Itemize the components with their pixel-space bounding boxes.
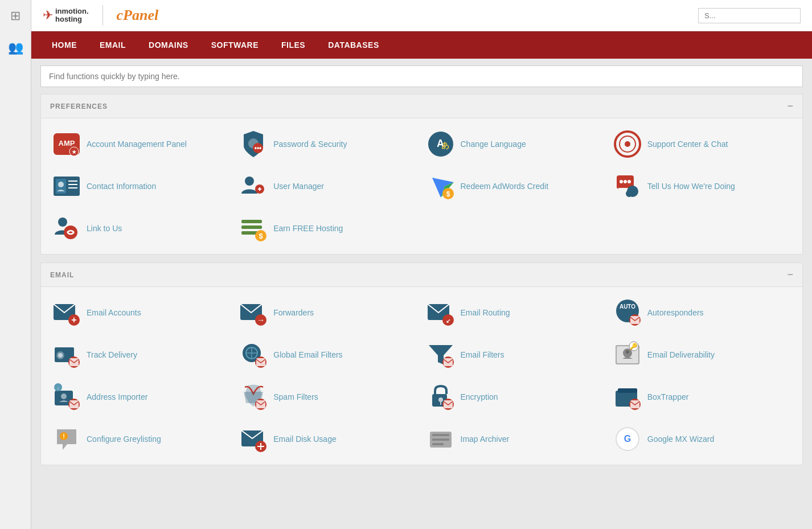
link-to-us-label: Link to Us	[87, 223, 122, 233]
item-google-mx[interactable]: G Google MX Wizard	[611, 423, 793, 456]
item-track-delivery[interactable]: Track Delivery	[50, 338, 232, 371]
svg-rect-63	[256, 358, 265, 366]
preferences-title: PREFERENCES	[50, 102, 108, 110]
password-security-icon: •••	[239, 130, 268, 158]
item-forwarders[interactable]: → Forwarders	[237, 296, 419, 329]
nav-domains[interactable]: DOMAINS	[140, 36, 198, 54]
email-accounts-icon: +	[52, 298, 81, 327]
item-disk-usage[interactable]: Email Disk Usage	[237, 423, 419, 456]
global-filters-icon	[239, 341, 268, 369]
email-filters-icon	[426, 341, 455, 369]
inmotion-line1: inmotion.	[55, 7, 89, 15]
item-amp[interactable]: AMP ★ Account Management Panel	[50, 128, 232, 161]
email-routing-icon: ↙	[426, 298, 455, 327]
email-deliverability-icon: 🔑	[613, 341, 642, 369]
svg-rect-96	[432, 434, 449, 436]
main-area: ✈ inmotion. hosting cPanel HOME EMAIL DO…	[31, 0, 812, 529]
main-search-input[interactable]	[40, 65, 803, 87]
sidebar-grid-icon[interactable]: ⊞	[5, 6, 26, 26]
forwarders-label: Forwarders	[273, 307, 314, 318]
svg-rect-88	[630, 400, 639, 408]
google-mx-label: Google MX Wizard	[647, 434, 714, 444]
item-global-filters[interactable]: Global Email Filters	[237, 338, 419, 371]
logo-area: ✈ inmotion. hosting cPanel	[43, 5, 158, 26]
item-email-accounts[interactable]: + Email Accounts	[50, 296, 232, 329]
greylisting-icon: !	[52, 425, 81, 453]
item-email-routing[interactable]: ↙ Email Routing	[424, 296, 606, 329]
item-imap-archiver[interactable]: Imap Archiver	[424, 423, 606, 456]
item-email-deliverability[interactable]: 🔑 Email Deliverability	[611, 338, 793, 371]
svg-point-31	[626, 190, 633, 197]
item-password-security[interactable]: ••• Password & Security	[237, 128, 419, 161]
disk-usage-icon	[239, 425, 268, 453]
item-spam-filters[interactable]: Spam Filters	[237, 380, 419, 413]
svg-point-12	[625, 141, 630, 147]
item-encryption[interactable]: Encryption	[424, 380, 606, 413]
top-search-input[interactable]	[698, 8, 801, 23]
support-center-label: Support Center & Chat	[647, 139, 728, 149]
svg-text:★: ★	[72, 149, 77, 155]
redeem-adwords-label: Redeem AdWords Credit	[461, 181, 549, 191]
svg-rect-97	[432, 438, 449, 441]
email-routing-label: Email Routing	[461, 307, 510, 318]
earn-free-label: Earn FREE Hosting	[273, 223, 343, 233]
email-collapse-icon[interactable]: −	[787, 269, 793, 281]
svg-point-73	[61, 393, 67, 399]
item-contact-info[interactable]: Contact Information	[50, 170, 232, 203]
boxtrapper-icon	[613, 383, 642, 411]
redeem-adwords-icon: $	[426, 172, 455, 200]
item-link-to-us[interactable]: Link to Us	[50, 212, 232, 245]
svg-text:$: $	[446, 190, 450, 198]
password-security-label: Password & Security	[273, 139, 347, 149]
item-email-filters[interactable]: Email Filters	[424, 338, 606, 371]
nav-files[interactable]: FILES	[272, 36, 314, 54]
svg-point-27	[620, 180, 623, 183]
item-redeem-adwords[interactable]: $ Redeem AdWords Credit	[424, 170, 606, 203]
logo-divider	[102, 5, 103, 26]
nav-software[interactable]: SOFTWARE	[202, 36, 268, 54]
svg-rect-65	[444, 358, 453, 366]
encryption-label: Encryption	[461, 392, 498, 402]
user-manager-icon	[239, 172, 268, 200]
svg-text:↓: ↓	[57, 385, 60, 391]
change-language-icon: A あ	[426, 130, 455, 158]
svg-text:+: +	[71, 315, 76, 325]
item-user-manager[interactable]: User Manager	[237, 170, 419, 203]
item-boxtrapper[interactable]: BoxTrapper	[611, 380, 793, 413]
autoresponders-icon: AUTO	[613, 298, 642, 327]
item-autoresponders[interactable]: AUTO Autoresponders	[611, 296, 793, 329]
navbar: HOME EMAIL DOMAINS SOFTWARE FILES DATABA…	[31, 31, 812, 59]
svg-text:🔑: 🔑	[630, 342, 638, 350]
svg-rect-51	[630, 316, 639, 324]
email-deliverability-label: Email Deliverability	[647, 350, 715, 360]
support-center-icon	[613, 130, 642, 158]
item-tell-us[interactable]: Tell Us How We're Doing	[611, 170, 793, 203]
item-earn-free[interactable]: $ Earn FREE Hosting	[237, 212, 419, 245]
preferences-header: PREFERENCES −	[41, 95, 802, 118]
svg-text:↙: ↙	[446, 318, 450, 324]
global-filters-label: Global Email Filters	[273, 350, 342, 360]
change-language-label: Change Language	[461, 139, 526, 149]
nav-home[interactable]: HOME	[43, 36, 86, 54]
item-greylisting[interactable]: ! Configure Greylisting	[50, 423, 232, 456]
email-header: EMAIL −	[41, 263, 802, 287]
nav-databases[interactable]: DATABASES	[319, 36, 388, 54]
item-support-center[interactable]: Support Center & Chat	[611, 128, 793, 161]
boxtrapper-label: BoxTrapper	[647, 392, 689, 402]
svg-rect-84	[444, 400, 453, 408]
forwarders-icon: →	[239, 298, 268, 327]
email-title: EMAIL	[50, 271, 74, 279]
svg-point-19	[245, 177, 254, 186]
item-address-importer[interactable]: ↓ Address Importer	[50, 380, 232, 413]
sidebar-users-icon[interactable]: 👥	[5, 38, 26, 58]
email-grid: + Email Accounts → Fo	[41, 287, 802, 465]
google-mx-icon: G	[613, 425, 642, 453]
svg-point-69	[626, 350, 629, 354]
item-change-language[interactable]: A あ Change Language	[424, 128, 606, 161]
nav-email[interactable]: EMAIL	[91, 36, 135, 54]
preferences-collapse-icon[interactable]: −	[787, 100, 793, 112]
svg-rect-77	[69, 400, 79, 408]
spam-filters-icon	[239, 383, 268, 411]
inmotion-logo: ✈ inmotion. hosting	[43, 7, 89, 24]
svg-text:•••: •••	[255, 144, 262, 152]
